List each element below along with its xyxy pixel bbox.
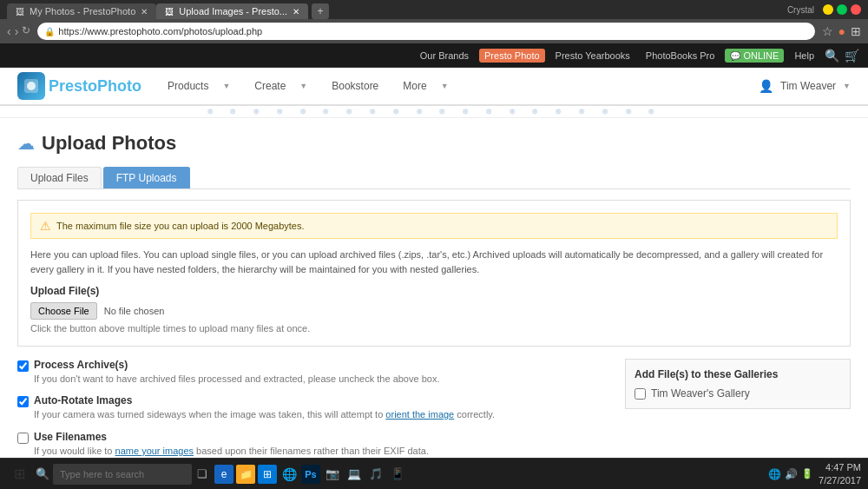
- url-text: https://www.prestophoto.com/photos/uploa…: [58, 26, 262, 36]
- options-right: Add File(s) to these Galleries Tim Weave…: [625, 359, 851, 458]
- gallery-item-label-0: Tim Weaver's Gallery: [651, 387, 750, 400]
- taskbar-edge-icon[interactable]: e: [214, 465, 233, 484]
- main-nav-right: 👤 Tim Weaver ▼: [759, 79, 851, 93]
- start-button[interactable]: ⊞: [7, 464, 32, 484]
- tab-upload-files[interactable]: Upload Files: [17, 167, 102, 188]
- top-nav-online[interactable]: 💬 ONLINE: [725, 49, 784, 63]
- options-left: Process Archive(s) If you don't want to …: [17, 359, 611, 458]
- tab-close-2[interactable]: ✕: [293, 7, 299, 17]
- svg-point-1: [27, 82, 36, 90]
- task-view-button[interactable]: ❏: [197, 467, 207, 480]
- taskbar-right: 🌐 🔊 🔋 4:47 PM 7/27/2017: [768, 461, 861, 486]
- taskbar-chrome-icon[interactable]: 🌐: [279, 465, 299, 484]
- date-display: 7/27/2017: [819, 474, 861, 486]
- nav-products[interactable]: Products: [168, 80, 208, 92]
- warning-box: ⚠ The maximum file size you can upload i…: [30, 213, 838, 239]
- window-controls: Crystal: [787, 4, 861, 15]
- auto-rotate-label: Auto-Rotate Images: [34, 394, 495, 406]
- title-bar: 🖼 My Photos - PrestoPhoto ✕ 🖼 Upload Ima…: [0, 0, 868, 19]
- decorative-bar: ❅ ❅ ❅ ❅ ❅ ❅ ❅ ❅ ❅ ❅ ❅ ❅ ❅ ❅ ❅ ❅ ❅ ❅ ❅ ❅: [0, 106, 868, 118]
- extension-icon[interactable]: ⊞: [851, 24, 861, 38]
- upload-box: ⚠ The maximum file size you can upload i…: [17, 200, 851, 347]
- secure-icon: 🔒: [44, 27, 55, 36]
- process-archives-checkbox[interactable]: [17, 360, 29, 372]
- gallery-item-0: Tim Weaver's Gallery: [635, 387, 841, 400]
- battery-icon: 🔋: [801, 468, 813, 479]
- nav-more[interactable]: More: [403, 80, 426, 92]
- browser-tab-1[interactable]: 🖼 My Photos - PrestoPhoto ✕: [7, 3, 156, 19]
- taskbar-app5-icon[interactable]: 💻: [345, 465, 364, 484]
- upload-file-label: Upload File(s): [30, 285, 838, 297]
- forward-button[interactable]: ›: [15, 25, 19, 37]
- top-nav-presto-photo[interactable]: Presto Photo: [479, 49, 545, 63]
- upload-cloud-icon: ☁: [17, 133, 35, 154]
- gallery-checkbox-0[interactable]: [635, 388, 646, 400]
- taskbar-app7-icon[interactable]: 📱: [388, 465, 407, 484]
- top-nav-photobooks[interactable]: PhotoBooks Pro: [641, 49, 720, 63]
- time-display: 4:47 PM: [819, 461, 861, 473]
- process-archives-option: Process Archive(s) If you don't want to …: [17, 359, 611, 386]
- content-area: ☁ Upload Photos Upload Files FTP Uploads…: [0, 118, 868, 458]
- address-bar: ‹ › ↻ 🔒 https://www.prestophoto.com/phot…: [0, 19, 868, 43]
- taskbar-pinned-apps: e 📁 ⊞ 🌐 Ps 📷 💻 🎵 📱: [214, 465, 407, 484]
- logo-icon: [17, 72, 45, 100]
- top-navigation: Our Brands Presto Photo Presto Yearbooks…: [0, 43, 868, 68]
- nav-create[interactable]: Create: [254, 80, 286, 92]
- taskbar: ⊞ 🔍 ❏ e 📁 ⊞ 🌐 Ps 📷 💻 🎵 📱 🌐 🔊 🔋 4:47 PM: [0, 458, 868, 489]
- minimize-button[interactable]: [823, 4, 833, 15]
- nav-bookstore[interactable]: Bookstore: [332, 80, 378, 92]
- warning-text: The maximum file size you can upload is …: [56, 221, 305, 231]
- page-tabs: Upload Files FTP Uploads: [17, 167, 851, 189]
- main-navigation: PrestoPhoto Products ▼ Create ▼ Bookstor…: [0, 68, 868, 106]
- maximize-button[interactable]: [837, 4, 847, 15]
- address-bar-right: ☆ ● ⊞: [822, 24, 861, 38]
- volume-icon: 🔊: [785, 468, 798, 480]
- process-archives-desc: If you don't want to have archived files…: [34, 373, 439, 386]
- choose-file-button[interactable]: Choose File: [30, 302, 97, 320]
- browser-tab-2[interactable]: 🖼 Upload Images - Presto... ✕: [156, 3, 308, 19]
- taskbar-ps-icon[interactable]: Ps: [301, 465, 320, 484]
- tab-ftp-uploads[interactable]: FTP Uploads: [103, 167, 190, 188]
- gallery-panel-title: Add File(s) to these Galleries: [635, 368, 841, 380]
- use-filenames-option: Use Filenames If you would like to name …: [17, 431, 611, 458]
- taskbar-app4-icon[interactable]: 📷: [323, 465, 342, 484]
- top-nav-help[interactable]: Help: [789, 49, 819, 63]
- system-tray: 🌐 🔊 🔋: [768, 468, 813, 480]
- close-button[interactable]: [851, 4, 861, 15]
- file-input-row: Choose File No file chosen: [30, 302, 838, 320]
- info-text: Here you can upload files. You can uploa…: [30, 248, 838, 276]
- page-title: Upload Photos: [42, 132, 176, 155]
- nav-buttons: ‹ › ↻: [7, 25, 30, 37]
- user-menu[interactable]: Tim Weaver: [780, 80, 836, 92]
- taskbar-search-input[interactable]: [53, 464, 192, 485]
- tab-close-1[interactable]: ✕: [141, 7, 148, 17]
- use-filenames-label: Use Filenames: [34, 431, 429, 443]
- top-nav-our-brands[interactable]: Our Brands: [415, 49, 474, 63]
- use-filenames-desc: If you would like to name your images ba…: [34, 445, 429, 458]
- taskbar-store-icon[interactable]: ⊞: [258, 465, 277, 484]
- new-tab-button[interactable]: +: [312, 3, 329, 19]
- logo[interactable]: PrestoPhoto: [17, 72, 141, 100]
- taskbar-folder-icon[interactable]: 📁: [236, 465, 255, 484]
- bookmark-icon[interactable]: ☆: [822, 24, 833, 38]
- url-bar[interactable]: 🔒 https://www.prestophoto.com/photos/upl…: [37, 23, 814, 40]
- reload-button[interactable]: ↻: [22, 25, 30, 37]
- back-button[interactable]: ‹: [7, 25, 11, 37]
- top-nav-yearbooks[interactable]: Presto Yearbooks: [550, 49, 635, 63]
- person-icon[interactable]: ●: [838, 24, 845, 38]
- search-icon[interactable]: 🔍: [825, 49, 839, 63]
- cart-icon[interactable]: 🛒: [845, 49, 859, 63]
- browser-tabs: 🖼 My Photos - PrestoPhoto ✕ 🖼 Upload Ima…: [7, 0, 329, 19]
- auto-rotate-desc: If your camera was turned sideways when …: [34, 408, 495, 421]
- main-nav-items: Products ▼ Create ▼ Bookstore More ▼: [168, 80, 449, 92]
- user-icon: 👤: [759, 79, 773, 93]
- clock: 4:47 PM 7/27/2017: [819, 461, 861, 486]
- use-filenames-checkbox[interactable]: [17, 433, 29, 444]
- page-title-section: ☁ Upload Photos: [17, 132, 851, 155]
- upload-file-section: Upload File(s) Choose File No file chose…: [30, 285, 838, 334]
- file-name-display: No file chosen: [104, 306, 165, 316]
- auto-rotate-checkbox[interactable]: [17, 396, 29, 407]
- taskbar-app6-icon[interactable]: 🎵: [366, 465, 385, 484]
- gallery-panel: Add File(s) to these Galleries Tim Weave…: [625, 359, 851, 409]
- logo-text: PrestoPhoto: [49, 77, 141, 96]
